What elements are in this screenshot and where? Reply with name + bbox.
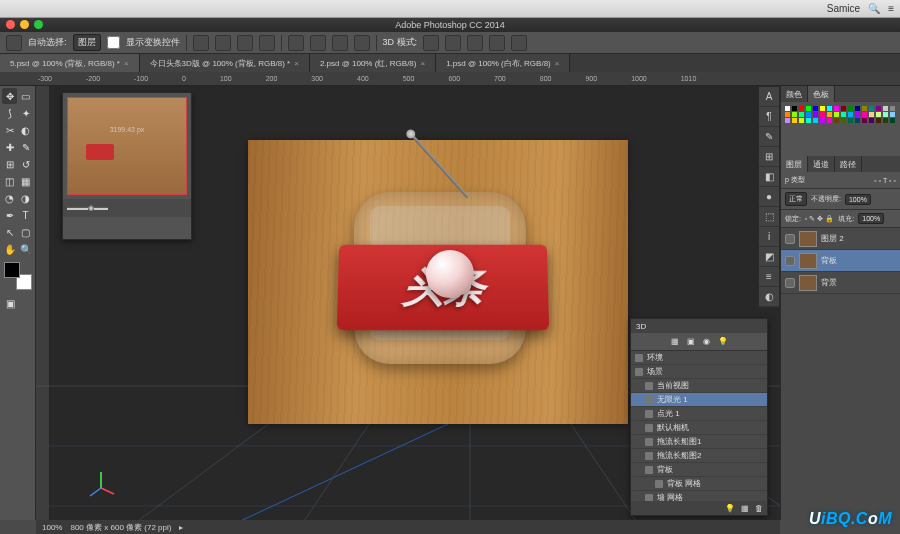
swatch[interactable] xyxy=(834,106,839,111)
render-icon[interactable]: ▦ xyxy=(741,504,749,513)
swatch[interactable] xyxy=(827,118,832,123)
gradient-tool[interactable]: ▦ xyxy=(18,173,33,189)
align-button[interactable] xyxy=(193,35,209,51)
fill-field[interactable]: 100% xyxy=(858,213,884,224)
crop-tool[interactable]: ✂ xyxy=(2,122,17,138)
swatch[interactable] xyxy=(806,112,811,117)
type-tool[interactable]: T xyxy=(18,207,33,223)
swatch[interactable] xyxy=(869,106,874,111)
layer-kind[interactable]: p 类型 xyxy=(785,175,805,185)
3d-scene-item[interactable]: 点光 1 xyxy=(631,407,767,421)
3d-light-handle[interactable] xyxy=(409,133,469,199)
document-tab[interactable]: 今日头条3D版 @ 100% (背板, RGB/8) *× xyxy=(140,54,310,72)
3d-pan-button[interactable] xyxy=(467,35,483,51)
align-button[interactable] xyxy=(259,35,275,51)
swatch[interactable] xyxy=(785,112,790,117)
distribute-button[interactable] xyxy=(310,35,326,51)
document-tab[interactable]: 1.psd @ 100% (白布, RGB/8)× xyxy=(436,54,570,72)
zoom-tool[interactable]: 🔍 xyxy=(18,241,33,257)
swatch[interactable] xyxy=(785,118,790,123)
document-canvas[interactable]: 头条 xyxy=(248,140,628,424)
autoselect-dropdown[interactable]: 图层 xyxy=(73,34,101,51)
pen-tool[interactable]: ✒ xyxy=(2,207,17,223)
close-tab-icon[interactable]: × xyxy=(294,59,299,68)
close-tab-icon[interactable]: × xyxy=(420,59,425,68)
tab-paths[interactable]: 路径 xyxy=(835,156,862,172)
lasso-tool[interactable]: ⟆ xyxy=(2,105,17,121)
3d-filter-icon[interactable]: 💡 xyxy=(718,337,728,346)
swatch[interactable] xyxy=(876,118,881,123)
swatch[interactable] xyxy=(792,118,797,123)
3d-scene-item[interactable]: 背板 xyxy=(631,463,767,477)
swatch[interactable] xyxy=(799,112,804,117)
tab-layers[interactable]: 图层 xyxy=(781,156,808,172)
eyedropper-tool[interactable]: ◐ xyxy=(18,122,33,138)
visibility-icon[interactable] xyxy=(785,278,795,288)
zoom-icon[interactable] xyxy=(34,20,43,29)
show-transform-checkbox[interactable] xyxy=(107,36,120,49)
visibility-icon[interactable] xyxy=(785,234,795,244)
swatch[interactable] xyxy=(890,112,895,117)
swatch[interactable] xyxy=(834,112,839,117)
hand-tool[interactable]: ✋ xyxy=(2,241,17,257)
dock-icon[interactable]: ◧ xyxy=(759,167,779,187)
distribute-button[interactable] xyxy=(332,35,348,51)
3d-scene-item[interactable]: 当前视图 xyxy=(631,379,767,393)
align-button[interactable] xyxy=(237,35,253,51)
3d-scene-item[interactable]: 拖流长船图2 xyxy=(631,449,767,463)
menu-icon[interactable]: ≡ xyxy=(888,3,894,14)
distribute-button[interactable] xyxy=(288,35,304,51)
3d-scene-item[interactable]: 无限光 1 xyxy=(631,393,767,407)
swatch[interactable] xyxy=(890,118,895,123)
3d-roll-button[interactable] xyxy=(445,35,461,51)
history-brush-tool[interactable]: ↺ xyxy=(18,156,33,172)
dock-icon[interactable]: ✎ xyxy=(759,127,779,147)
swatch[interactable] xyxy=(813,106,818,111)
dock-icon[interactable]: ● xyxy=(759,187,779,207)
align-button[interactable] xyxy=(215,35,231,51)
3d-axis-gizmo[interactable] xyxy=(86,468,116,498)
tab-channels[interactable]: 通道 xyxy=(808,156,835,172)
swatch[interactable] xyxy=(799,118,804,123)
dock-icon[interactable]: ⊞ xyxy=(759,147,779,167)
swatch[interactable] xyxy=(827,106,832,111)
swatch[interactable] xyxy=(890,106,895,111)
swatch[interactable] xyxy=(785,106,790,111)
navigator-slider[interactable]: ▬▬▬◉▬▬ xyxy=(67,204,108,212)
navigator-thumb[interactable]: 3199.43 px xyxy=(67,97,187,195)
dock-icon[interactable]: ◐ xyxy=(759,287,779,307)
swatch[interactable] xyxy=(827,112,832,117)
layer-row[interactable]: 背景 xyxy=(781,272,900,294)
tab-swatches[interactable]: 色板 xyxy=(808,86,835,102)
marquee-tool[interactable]: ▭ xyxy=(18,88,33,104)
dock-icon[interactable]: ≡ xyxy=(759,267,779,287)
swatch[interactable] xyxy=(841,118,846,123)
close-tab-icon[interactable]: × xyxy=(555,59,560,68)
lock-icons[interactable]: ▫ ✎ ✥ 🔒 xyxy=(805,215,834,223)
swatch[interactable] xyxy=(841,106,846,111)
swatch[interactable] xyxy=(806,106,811,111)
shape-tool[interactable]: ▢ xyxy=(18,224,33,240)
path-tool[interactable]: ↖ xyxy=(2,224,17,240)
3d-filter-icon[interactable]: ◉ xyxy=(703,337,710,346)
swatch[interactable] xyxy=(820,106,825,111)
layer-row[interactable]: 图层 2 xyxy=(781,228,900,250)
minimize-icon[interactable] xyxy=(20,20,29,29)
swatch[interactable] xyxy=(848,118,853,123)
move-tool[interactable]: ✥ xyxy=(2,88,17,104)
document-tab[interactable]: 5.psd @ 100% (背板, RGB/8) *× xyxy=(0,54,140,72)
swatch[interactable] xyxy=(792,106,797,111)
document-tab[interactable]: 2.psd @ 100% (红, RGB/8)× xyxy=(310,54,436,72)
quickmask-tool[interactable]: ▣ xyxy=(2,295,18,311)
swatch[interactable] xyxy=(883,112,888,117)
wand-tool[interactable]: ✦ xyxy=(18,105,33,121)
navigator-panel[interactable]: 3199.43 px ▬▬▬◉▬▬ xyxy=(62,92,192,240)
swatch[interactable] xyxy=(862,118,867,123)
3d-scene-item[interactable]: 默认相机 xyxy=(631,421,767,435)
swatch[interactable] xyxy=(813,112,818,117)
blur-tool[interactable]: ◔ xyxy=(2,190,17,206)
status-zoom[interactable]: 100% xyxy=(42,523,62,532)
account-label[interactable]: Samice xyxy=(827,3,860,14)
3d-scene-item[interactable]: 拖流长船图1 xyxy=(631,435,767,449)
trash-icon[interactable]: 🗑 xyxy=(755,504,763,513)
